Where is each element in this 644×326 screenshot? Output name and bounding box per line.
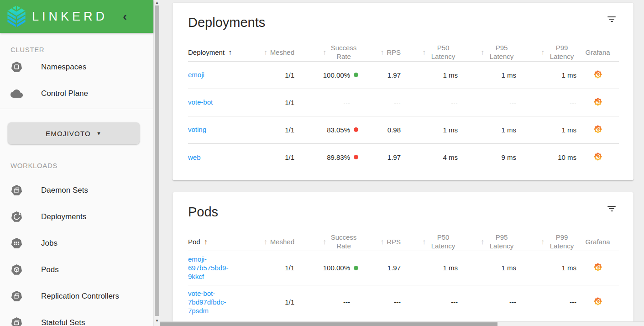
p50-latency-cell: --- (401, 89, 458, 116)
pod-link[interactable]: vote-bot-7bd97dfbdc-7psdm (188, 289, 236, 315)
sort-arrow-icon: ↑ (422, 48, 426, 57)
sidebar-item-label: Replication Controllers (41, 292, 119, 301)
sort-arrow-icon: ↑ (481, 48, 484, 57)
sidebar-item-replication-controllers[interactable]: Replication Controllers (0, 283, 153, 310)
workloads-section-label: WORKLOADS (10, 162, 153, 170)
sort-arrow-icon: ↑ (380, 48, 384, 57)
p99-latency-cell: 10 ms (516, 143, 576, 171)
grafana-icon[interactable] (594, 70, 602, 79)
status-dot (354, 266, 358, 270)
grafana-cell (576, 61, 619, 89)
deployment-link[interactable]: vote-bot (188, 98, 213, 106)
filter-icon[interactable] (607, 206, 616, 214)
p99-latency-cell: --- (516, 285, 576, 319)
linkerd-logo-icon (5, 5, 27, 28)
column-header-pod[interactable]: Pod↑ (188, 220, 254, 251)
sidebar-item-label: Stateful Sets (41, 318, 85, 326)
column-header-deployment[interactable]: Deployment↑ (188, 30, 254, 61)
rps-cell: --- (358, 285, 401, 319)
table-row: voting 1/1 83.05% 0.98 1 ms 1 ms 1 ms (188, 116, 619, 143)
namespace-selector-label: EMOJIVOTO (46, 130, 91, 137)
column-header-rps[interactable]: ↑RPS (358, 30, 401, 61)
sidebar-item-label: Jobs (41, 239, 58, 248)
meshed-cell: 1/1 (254, 116, 294, 143)
p50-latency-cell: 1 ms (401, 251, 458, 285)
pods-card: Pods Pod↑ ↑Meshed ↑Success Rate (173, 192, 634, 326)
grafana-cell (576, 89, 619, 116)
namespaces-icon (10, 61, 23, 73)
sort-arrow-icon: ↑ (264, 48, 267, 57)
sidebar-item-control-plane[interactable]: Control Plane (0, 80, 153, 107)
cloud-icon (10, 88, 23, 100)
p50-latency-cell: 1 ms (401, 61, 458, 89)
sort-arrow-icon: ↑ (422, 238, 426, 246)
meshed-cell: 1/1 (254, 285, 294, 319)
pod-link[interactable]: emoji-697b575bd9-9kkcf (188, 255, 236, 281)
sidebar-item-deployments[interactable]: Deployments (0, 204, 153, 230)
column-header-meshed[interactable]: ↑Meshed (254, 220, 294, 251)
sidebar-scrollbar-thumb[interactable] (155, 5, 159, 316)
success-rate-cell: 89.83% (294, 143, 358, 171)
deployment-name-cell: voting (188, 116, 254, 143)
column-header-p50-latency[interactable]: ↑P50 Latency (401, 30, 458, 61)
workloads-list: Daemon Sets Deployments Jobs (0, 177, 153, 326)
deployment-link[interactable]: web (188, 153, 201, 161)
scroll-up-icon[interactable]: ▲ (154, 0, 160, 5)
deployment-link[interactable]: voting (188, 126, 206, 133)
grafana-icon[interactable] (594, 263, 602, 271)
meshed-cell: 1/1 (254, 251, 294, 285)
grafana-icon[interactable] (594, 297, 602, 305)
table-row: web 1/1 89.83% 1.97 4 ms 9 ms 10 ms (188, 143, 619, 171)
main-horizontal-scrollbar[interactable] (160, 321, 644, 326)
grafana-cell (576, 143, 619, 171)
column-header-p95-latency[interactable]: ↑P95 Latency (458, 220, 516, 251)
rps-cell: --- (358, 89, 401, 116)
column-header-p99-latency[interactable]: ↑P99 Latency (516, 30, 576, 61)
sort-arrow-icon: ↑ (323, 238, 326, 246)
jobs-icon (10, 237, 23, 249)
p50-latency-cell: 1 ms (401, 116, 458, 143)
grafana-icon[interactable] (594, 125, 602, 133)
grafana-icon[interactable] (594, 152, 602, 161)
status-dot (354, 73, 358, 77)
filter-icon[interactable] (607, 16, 616, 25)
namespace-selector-button[interactable]: EMOJIVOTO ▼ (8, 122, 140, 144)
table-row: emoji-697b575bd9-9kkcf 1/1 100.00% 1.97 … (188, 251, 619, 285)
sidebar-collapse-chevron-icon[interactable]: ‹ (123, 11, 127, 22)
sidebar-item-label: Control Plane (41, 89, 88, 98)
p95-latency-cell: --- (458, 285, 516, 319)
daemon-sets-icon (10, 184, 23, 196)
sidebar-divider (0, 109, 153, 109)
sort-arrow-icon: ↑ (228, 48, 232, 57)
column-header-p99-latency[interactable]: ↑P99 Latency (516, 220, 576, 251)
deployment-link[interactable]: emoji (188, 71, 204, 79)
success-rate-cell: 100.00% (294, 251, 358, 285)
column-header-p95-latency[interactable]: ↑P95 Latency (458, 30, 516, 61)
column-header-meshed[interactable]: ↑Meshed (254, 30, 294, 61)
success-rate-cell: --- (294, 285, 358, 319)
sort-arrow-icon: ↑ (481, 238, 484, 246)
column-header-p50-latency[interactable]: ↑P50 Latency (401, 220, 458, 251)
sidebar-item-stateful-sets[interactable]: Stateful Sets (0, 310, 153, 326)
sidebar-scrollbar[interactable]: ▲ ▼ (153, 0, 160, 326)
sidebar: LINKERD ‹ CLUSTER Namespaces Control Pla… (0, 0, 153, 326)
rps-cell: 0.98 (358, 116, 401, 143)
sort-arrow-icon: ↑ (264, 238, 267, 246)
caret-down-icon: ▼ (96, 131, 102, 136)
column-header-rps[interactable]: ↑RPS (358, 220, 401, 251)
sidebar-item-pods[interactable]: Pods (0, 257, 153, 283)
sidebar-item-daemon-sets[interactable]: Daemon Sets (0, 177, 153, 204)
pod-name-cell: emoji-697b575bd9-9kkcf (188, 251, 254, 285)
column-header-success-rate[interactable]: ↑Success Rate (294, 220, 358, 251)
sidebar-item-namespaces[interactable]: Namespaces (0, 54, 153, 80)
sidebar-item-label: Daemon Sets (41, 186, 88, 195)
column-header-success-rate[interactable]: ↑Success Rate (294, 30, 358, 61)
p50-latency-cell: 4 ms (401, 143, 458, 171)
horizontal-scrollbar-thumb[interactable] (160, 322, 497, 326)
p95-latency-cell: 1 ms (458, 251, 516, 285)
scroll-down-icon[interactable]: ▼ (154, 319, 160, 323)
grafana-icon[interactable] (594, 98, 602, 106)
rps-cell: 1.97 (358, 251, 401, 285)
sidebar-item-jobs[interactable]: Jobs (0, 230, 153, 257)
cluster-section-label: CLUSTER (10, 46, 153, 54)
